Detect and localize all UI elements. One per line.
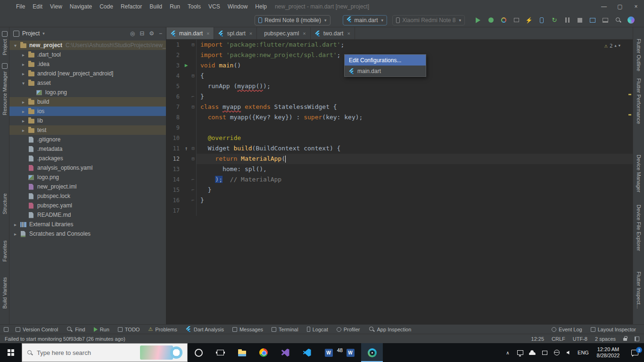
code-text[interactable]: } <box>197 185 633 195</box>
close-tab-icon[interactable]: × <box>206 31 209 36</box>
menu-navigate[interactable]: Navigate <box>66 0 96 13</box>
stripe-button-project[interactable]: Project <box>0 31 9 55</box>
code-text[interactable]: Widget build(BuildContext context) { <box>197 143 633 154</box>
tray-network[interactable] <box>551 343 563 362</box>
taskbar-app-cortana[interactable] <box>188 343 209 362</box>
prev-warning-icon[interactable]: ▲ <box>615 44 617 48</box>
start-button[interactable] <box>0 343 22 362</box>
tree-item-new-project-iml[interactable]: new_project.iml <box>9 182 166 191</box>
code-text[interactable]: @override <box>197 133 633 143</box>
chevron-down-icon[interactable]: ▾ <box>42 31 45 36</box>
chevron-down-icon[interactable]: ▾ <box>19 81 27 86</box>
fold-marker-icon[interactable]: ⊟ <box>190 143 197 154</box>
close-tab-icon[interactable]: × <box>249 31 252 36</box>
attach-debugger-icon[interactable] <box>512 16 520 24</box>
chevron-right-icon[interactable]: ▸ <box>19 118 27 123</box>
tool-window-button-dart-analysis[interactable]: Dart Analysis <box>182 326 228 333</box>
tray-monitor[interactable] <box>514 343 526 362</box>
tree-item-asset[interactable]: ▾asset <box>9 78 166 88</box>
flutter-attach-icon[interactable] <box>538 16 545 24</box>
editor-tab-two-dart[interactable]: two.dart× <box>311 27 355 39</box>
tool-window-button-terminal[interactable]: Terminal <box>267 326 303 333</box>
dropdown-item-edit-configurations[interactable]: Edit Configurations... <box>345 55 426 66</box>
menu-vcs[interactable]: VCS <box>205 0 224 13</box>
code-text[interactable]: import 'package:flutter/material.dart'; <box>197 40 633 50</box>
screen-reader-icon[interactable] <box>635 337 639 341</box>
taskbar-app-chrome[interactable] <box>253 343 274 362</box>
fold-marker-icon[interactable]: ⌐ <box>190 91 197 102</box>
code-text[interactable]: const myapp({Key? key}) : super(key: key… <box>197 112 633 123</box>
tree-item--idea[interactable]: ▸.idea <box>9 59 166 69</box>
line-ending-indicator[interactable]: CRLF <box>552 336 565 342</box>
tool-window-button-run[interactable]: Run <box>90 326 114 333</box>
tool-window-button-find[interactable]: Find <box>62 326 89 333</box>
code-text[interactable]: ); // MaterialApp <box>197 174 633 185</box>
code-editor[interactable]: 1⊟import 'package:flutter/material.dart'… <box>166 40 633 324</box>
search-highlight-logo[interactable] <box>170 346 182 359</box>
tool-window-button-app-inspection[interactable]: App Inspection <box>364 326 416 333</box>
taskbar-app-task-view[interactable] <box>209 343 231 362</box>
chevron-right-icon[interactable]: ▸ <box>19 71 27 76</box>
taskbar-app-vs-code[interactable] <box>296 343 318 362</box>
tree-item-android-new-project-android-[interactable]: ▸android [new_project_android] <box>9 69 166 78</box>
menu-window[interactable]: Window <box>224 0 252 13</box>
tree-item--packages[interactable]: .packages <box>9 154 166 163</box>
code-line[interactable]: 6⌐} <box>166 91 633 102</box>
device-selector[interactable]: Redmi Note 8 (mobile) ▾ <box>255 15 330 25</box>
pause-icon[interactable] <box>563 16 571 24</box>
stripe-button-flutter-inspect-[interactable]: Flutter Inspect... <box>633 272 644 309</box>
override-gutter-icon[interactable]: ↑ <box>182 143 190 154</box>
fold-marker-icon[interactable]: ⊟ <box>190 102 197 112</box>
tree-item--dart-tool[interactable]: ▸.dart_tool <box>9 50 166 59</box>
tree-item-test[interactable]: ▸test <box>9 125 166 135</box>
code-line[interactable]: 5 runApp (myapp()); <box>166 81 633 91</box>
tray-onedrive[interactable] <box>526 343 538 362</box>
close-tab-icon[interactable]: × <box>347 31 350 36</box>
close-button[interactable]: × <box>628 0 644 13</box>
code-line[interactable]: 16⌐} <box>166 195 633 206</box>
tool-window-button-todo[interactable]: TODO <box>114 326 144 333</box>
encoding-indicator[interactable]: UTF-8 <box>573 336 587 342</box>
menu-file[interactable]: File <box>12 0 29 13</box>
stripe-button-device-manager[interactable]: Device Manager <box>633 155 644 192</box>
tree-item-logo-png[interactable]: logo.png <box>9 173 166 182</box>
tool-window-button-profiler[interactable]: Profiler <box>332 326 364 333</box>
language-indicator[interactable]: ENG <box>575 350 591 355</box>
stripe-button-favorites[interactable]: Favorites <box>0 240 9 262</box>
fold-marker-icon[interactable]: ⌐ <box>190 174 197 185</box>
menu-code[interactable]: Code <box>96 0 117 13</box>
readonly-lock-icon[interactable] <box>623 338 627 341</box>
taskbar-search[interactable]: Type here to search <box>22 343 188 362</box>
action-center-button[interactable]: 3 <box>625 350 644 355</box>
menu-build[interactable]: Build <box>146 0 166 13</box>
tool-window-button-problems[interactable]: ⚠Problems <box>144 326 181 333</box>
tree-item--gitignore[interactable]: .gitignore <box>9 135 166 144</box>
run-gutter-icon[interactable]: ▶ <box>182 60 190 71</box>
code-line[interactable]: 11↑⊟ Widget build(BuildContext context) … <box>166 143 633 154</box>
search-everywhere-icon[interactable] <box>614 16 622 24</box>
code-text[interactable]: } <box>197 91 633 102</box>
chevron-right-icon[interactable]: ▸ <box>11 231 19 237</box>
tree-item-scratches-and-consoles[interactable]: ▸Scratches and Consoles <box>9 229 166 239</box>
code-text[interactable]: class myapp extends StatelessWidget { <box>197 102 633 112</box>
fold-marker-icon[interactable]: ⊟ <box>190 40 197 50</box>
run-icon[interactable] <box>474 16 482 24</box>
chevron-right-icon[interactable]: ▸ <box>19 62 27 67</box>
editor-tab-spl-dart[interactable]: spl.dart× <box>214 27 257 39</box>
collapse-all-icon[interactable]: ⊟ <box>140 30 144 37</box>
taskbar-app-visual-studio[interactable] <box>274 343 296 362</box>
hot-reload-icon[interactable]: ⚡ <box>525 16 533 24</box>
code-line[interactable]: 8 const myapp({Key? key}) : super(key: k… <box>166 112 633 123</box>
code-line[interactable]: 12⊟ return MaterialApp( <box>166 154 633 164</box>
caret-position[interactable]: 12:25 <box>531 336 545 342</box>
run-config-selector[interactable]: main.dart ▾ <box>343 15 388 25</box>
tool-window-button-logcat[interactable]: Logcat <box>303 326 332 333</box>
tree-item-ios[interactable]: ▸ios <box>9 107 166 116</box>
tree-item-new-project[interactable]: ▾new_projectC:\Users\Ashutosh\StudioProj… <box>9 41 166 50</box>
tray-volume[interactable] <box>563 343 575 362</box>
code-text[interactable] <box>197 123 633 133</box>
chevron-down-icon[interactable]: ▾ <box>11 43 19 48</box>
chevron-right-icon[interactable]: ▸ <box>11 222 19 227</box>
profiler-icon[interactable] <box>500 16 507 24</box>
code-text[interactable]: return MaterialApp( <box>197 154 633 164</box>
